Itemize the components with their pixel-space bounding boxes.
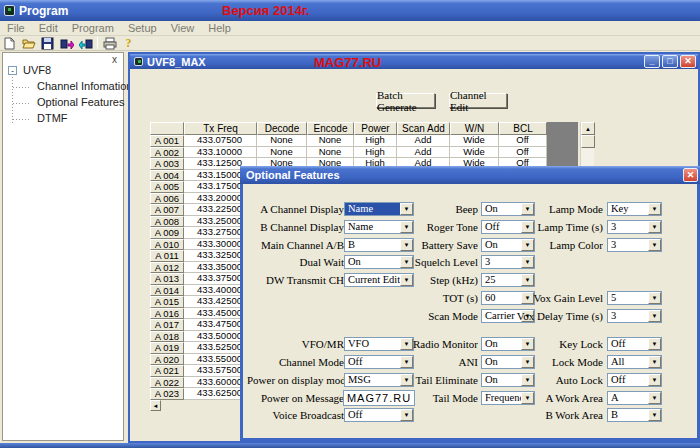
row-header[interactable]: A 006 [150, 193, 184, 205]
combo-value[interactable]: B [608, 409, 648, 421]
combo-value[interactable]: Off [608, 338, 648, 350]
row-header[interactable]: A 023 [150, 388, 184, 400]
tree-root[interactable]: UVF8 [23, 64, 51, 76]
combo-value[interactable]: Off [345, 409, 400, 421]
cell-decode[interactable]: None [257, 135, 307, 147]
scroll-up-button[interactable]: ▲ [581, 122, 595, 135]
row-header[interactable]: A 012 [150, 262, 184, 274]
row-header[interactable]: A 011 [150, 250, 184, 262]
toolbar-button-new[interactable] [0, 36, 19, 51]
toolbar-button-print[interactable] [100, 36, 119, 51]
toolbar-button-write-radio[interactable] [57, 36, 76, 51]
combo-value[interactable]: 3 [608, 221, 648, 233]
combo-value[interactable]: All [608, 356, 648, 368]
row-header[interactable]: A 020 [150, 354, 184, 366]
dropdown-arrow-icon[interactable]: ▼ [648, 392, 661, 404]
cell-wn[interactable]: Wide [450, 147, 499, 159]
cell-power[interactable]: High [354, 147, 397, 159]
row-header[interactable]: A 018 [150, 331, 184, 343]
menu-item-program[interactable]: Program [65, 22, 121, 34]
cell-encode[interactable]: None [307, 135, 354, 147]
dropdown-arrow-icon[interactable]: ▼ [648, 374, 661, 386]
column-header-Tx Freq[interactable]: Tx Freq [184, 122, 257, 135]
combo-lock-mode[interactable]: All▼ [607, 355, 662, 369]
row-header[interactable]: A 005 [150, 181, 184, 193]
dropdown-arrow-icon[interactable]: ▼ [648, 239, 661, 251]
cell-power[interactable]: High [354, 135, 397, 147]
combo-step-khz-[interactable]: 25▼ [481, 273, 535, 287]
cell-scan[interactable]: Add [397, 147, 450, 159]
row-header[interactable]: A 013 [150, 273, 184, 285]
dialog-close-button[interactable]: ✕ [683, 168, 698, 182]
h-scroll-left-button[interactable]: ◄ [150, 400, 161, 411]
scroll-thumb[interactable] [581, 135, 595, 148]
combo-value[interactable]: A [608, 392, 648, 404]
column-header-Power[interactable]: Power [354, 122, 397, 135]
toolbar-button-read-radio[interactable] [76, 36, 95, 51]
dropdown-arrow-icon[interactable]: ▼ [648, 338, 661, 350]
combo-value[interactable]: Key [608, 203, 648, 215]
combo-value[interactable]: 3 [608, 239, 648, 251]
combo-squelch-level[interactable]: 3▼ [481, 255, 535, 269]
column-header-Decode[interactable]: Decode [257, 122, 307, 135]
cell-bcl[interactable]: Off [499, 147, 547, 159]
toolbar-button-open[interactable] [19, 36, 38, 51]
combo-value[interactable]: 3 [482, 256, 521, 268]
combo-a-work-area[interactable]: A▼ [607, 391, 662, 405]
cell-bcl[interactable]: Off [499, 135, 547, 147]
row-header[interactable]: A 015 [150, 296, 184, 308]
row-header[interactable]: A 001 [150, 135, 184, 147]
tree-item-optional-features[interactable]: Optional Features [37, 96, 124, 108]
batch-generate-button[interactable]: Batch Generate [376, 93, 435, 108]
combo-vox-gain-level[interactable]: 5▼ [607, 291, 662, 305]
dropdown-arrow-icon[interactable]: ▼ [648, 409, 661, 421]
tree-expander-icon[interactable]: - [8, 66, 17, 75]
row-header[interactable]: A 022 [150, 377, 184, 389]
dropdown-arrow-icon[interactable]: ▼ [521, 274, 534, 286]
combo-auto-lock[interactable]: Off▼ [607, 373, 662, 387]
column-header-Scan Add[interactable]: Scan Add [397, 122, 450, 135]
row-header[interactable]: A 004 [150, 170, 184, 182]
cell-wn[interactable]: Wide [450, 135, 499, 147]
menu-item-setup[interactable]: Setup [121, 22, 164, 34]
combo-value[interactable]: 25 [482, 274, 521, 286]
toolbar-button-save[interactable] [38, 36, 57, 51]
combo-value[interactable]: 5 [608, 292, 648, 304]
menu-item-help[interactable]: Help [201, 22, 238, 34]
cell-tx[interactable]: 433.10000 [184, 147, 257, 159]
cell-tx[interactable]: 433.07500 [184, 135, 257, 147]
row-header[interactable]: A 017 [150, 319, 184, 331]
row-header[interactable]: A 016 [150, 308, 184, 320]
maximize-button[interactable]: □ [662, 55, 678, 68]
menu-item-edit[interactable]: Edit [32, 22, 65, 34]
menu-item-view[interactable]: View [164, 22, 202, 34]
column-header-Encode[interactable]: Encode [307, 122, 354, 135]
column-header-BCL[interactable]: BCL [499, 122, 547, 135]
combo-b-work-area[interactable]: B▼ [607, 408, 662, 422]
cell-decode[interactable]: None [257, 147, 307, 159]
cell-scan[interactable]: Add [397, 135, 450, 147]
combo-lamp-mode[interactable]: Key▼ [607, 202, 662, 216]
tree-close-icon[interactable]: x [109, 55, 120, 66]
combo-lamp-time-s-[interactable]: 3▼ [607, 220, 662, 234]
minimize-button[interactable]: _ [644, 55, 660, 68]
tree-item-channel-infomation[interactable]: Channel Infomation [37, 80, 132, 92]
row-header[interactable]: A 002 [150, 147, 184, 159]
row-header[interactable]: A 019 [150, 342, 184, 354]
row-header[interactable]: A 014 [150, 285, 184, 297]
combo-key-lock[interactable]: Off▼ [607, 337, 662, 351]
dropdown-arrow-icon[interactable]: ▼ [521, 256, 534, 268]
row-header[interactable]: A 010 [150, 239, 184, 251]
combo-vox-delay-time-s-[interactable]: 3▼ [607, 309, 662, 323]
row-header[interactable]: A 007 [150, 204, 184, 216]
tree-item-dtmf[interactable]: DTMF [37, 112, 68, 124]
dropdown-arrow-icon[interactable]: ▼ [648, 292, 661, 304]
column-header-W/N[interactable]: W/N [450, 122, 499, 135]
row-header[interactable]: A 008 [150, 216, 184, 228]
row-header[interactable]: A 009 [150, 227, 184, 239]
column-header-row-selector[interactable] [150, 122, 184, 135]
combo-voice-broadcast[interactable]: Off▼ [344, 408, 414, 422]
dropdown-arrow-icon[interactable]: ▼ [648, 356, 661, 368]
combo-lamp-color[interactable]: 3▼ [607, 238, 662, 252]
cell-encode[interactable]: None [307, 147, 354, 159]
